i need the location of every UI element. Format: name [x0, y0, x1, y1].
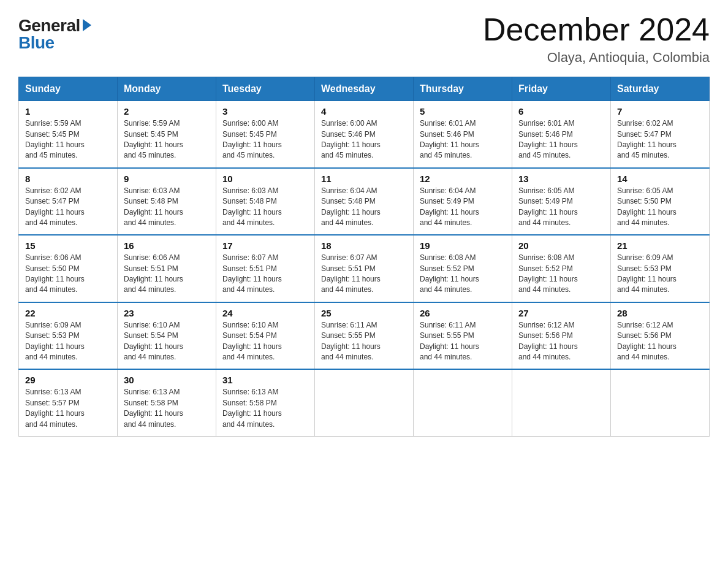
day-number: 2	[124, 106, 210, 117]
logo: General Blue	[18, 12, 91, 52]
page-header: General Blue December 2024 Olaya, Antioq…	[18, 12, 710, 66]
day-info: Sunrise: 6:07 AM Sunset: 5:51 PM Dayligh…	[321, 253, 407, 296]
day-info: Sunrise: 6:03 AM Sunset: 5:48 PM Dayligh…	[124, 186, 210, 229]
day-number: 23	[124, 308, 210, 318]
calendar-title: December 2024	[483, 12, 710, 47]
calendar-day-cell: 16Sunrise: 6:06 AM Sunset: 5:51 PM Dayli…	[118, 235, 216, 302]
day-info: Sunrise: 6:12 AM Sunset: 5:56 PM Dayligh…	[518, 320, 604, 363]
logo-triangle-icon	[83, 19, 91, 31]
title-area: December 2024 Olaya, Antioquia, Colombia	[483, 12, 710, 66]
calendar-day-cell: 24Sunrise: 6:10 AM Sunset: 5:54 PM Dayli…	[216, 302, 315, 370]
day-info: Sunrise: 5:59 AM Sunset: 5:45 PM Dayligh…	[124, 118, 210, 161]
header-cell-friday: Friday	[512, 77, 611, 101]
calendar-day-cell: 7Sunrise: 6:02 AM Sunset: 5:47 PM Daylig…	[611, 101, 710, 168]
calendar-day-cell: 12Sunrise: 6:04 AM Sunset: 5:49 PM Dayli…	[414, 168, 512, 236]
day-number: 19	[420, 240, 506, 251]
calendar-week-row: 15Sunrise: 6:06 AM Sunset: 5:50 PM Dayli…	[19, 235, 710, 302]
day-info: Sunrise: 6:00 AM Sunset: 5:46 PM Dayligh…	[321, 118, 407, 161]
day-info: Sunrise: 5:59 AM Sunset: 5:45 PM Dayligh…	[25, 118, 111, 161]
day-info: Sunrise: 6:04 AM Sunset: 5:49 PM Dayligh…	[420, 186, 506, 229]
day-number: 18	[321, 240, 407, 251]
day-number: 16	[124, 240, 210, 251]
day-number: 6	[518, 106, 604, 117]
day-number: 26	[420, 308, 506, 318]
day-number: 24	[222, 308, 308, 318]
day-info: Sunrise: 6:04 AM Sunset: 5:48 PM Dayligh…	[321, 186, 407, 229]
logo-general: General	[18, 17, 80, 34]
calendar-day-cell: 19Sunrise: 6:08 AM Sunset: 5:52 PM Dayli…	[414, 235, 512, 302]
day-info: Sunrise: 6:10 AM Sunset: 5:54 PM Dayligh…	[124, 320, 210, 363]
calendar-day-cell	[512, 369, 611, 436]
day-number: 31	[222, 375, 308, 385]
calendar-day-cell	[315, 369, 414, 436]
calendar-table: SundayMondayTuesdayWednesdayThursdayFrid…	[18, 77, 710, 437]
day-info: Sunrise: 6:00 AM Sunset: 5:45 PM Dayligh…	[222, 118, 308, 161]
day-number: 8	[25, 174, 111, 184]
calendar-day-cell: 31Sunrise: 6:13 AM Sunset: 5:58 PM Dayli…	[216, 369, 315, 436]
header-cell-monday: Monday	[118, 77, 216, 101]
day-info: Sunrise: 6:05 AM Sunset: 5:50 PM Dayligh…	[617, 186, 703, 229]
calendar-day-cell: 17Sunrise: 6:07 AM Sunset: 5:51 PM Dayli…	[216, 235, 315, 302]
calendar-day-cell: 20Sunrise: 6:08 AM Sunset: 5:52 PM Dayli…	[512, 235, 611, 302]
day-number: 29	[25, 375, 111, 385]
day-info: Sunrise: 6:07 AM Sunset: 5:51 PM Dayligh…	[222, 253, 308, 296]
day-number: 1	[25, 106, 111, 117]
day-number: 21	[617, 240, 703, 251]
calendar-week-row: 1Sunrise: 5:59 AM Sunset: 5:45 PM Daylig…	[19, 101, 710, 168]
day-number: 15	[25, 240, 111, 251]
day-info: Sunrise: 6:05 AM Sunset: 5:49 PM Dayligh…	[518, 186, 604, 229]
day-number: 13	[518, 174, 604, 184]
day-info: Sunrise: 6:11 AM Sunset: 5:55 PM Dayligh…	[420, 320, 506, 363]
day-number: 3	[222, 106, 308, 117]
day-info: Sunrise: 6:09 AM Sunset: 5:53 PM Dayligh…	[25, 320, 111, 363]
header-cell-tuesday: Tuesday	[216, 77, 315, 101]
day-info: Sunrise: 6:01 AM Sunset: 5:46 PM Dayligh…	[518, 118, 604, 161]
header-cell-thursday: Thursday	[414, 77, 512, 101]
calendar-day-cell: 6Sunrise: 6:01 AM Sunset: 5:46 PM Daylig…	[512, 101, 611, 168]
day-number: 12	[420, 174, 506, 184]
calendar-day-cell: 22Sunrise: 6:09 AM Sunset: 5:53 PM Dayli…	[19, 302, 118, 370]
calendar-day-cell	[611, 369, 710, 436]
calendar-day-cell: 29Sunrise: 6:13 AM Sunset: 5:57 PM Dayli…	[19, 369, 118, 436]
calendar-day-cell: 10Sunrise: 6:03 AM Sunset: 5:48 PM Dayli…	[216, 168, 315, 236]
calendar-day-cell: 5Sunrise: 6:01 AM Sunset: 5:46 PM Daylig…	[414, 101, 512, 168]
day-number: 9	[124, 174, 210, 184]
day-info: Sunrise: 6:10 AM Sunset: 5:54 PM Dayligh…	[222, 320, 308, 363]
day-number: 30	[124, 375, 210, 385]
calendar-day-cell: 18Sunrise: 6:07 AM Sunset: 5:51 PM Dayli…	[315, 235, 414, 302]
header-cell-wednesday: Wednesday	[315, 77, 414, 101]
calendar-day-cell: 3Sunrise: 6:00 AM Sunset: 5:45 PM Daylig…	[216, 101, 315, 168]
calendar-day-cell: 8Sunrise: 6:02 AM Sunset: 5:47 PM Daylig…	[19, 168, 118, 236]
day-info: Sunrise: 6:03 AM Sunset: 5:48 PM Dayligh…	[222, 186, 308, 229]
day-number: 20	[518, 240, 604, 251]
day-number: 25	[321, 308, 407, 318]
day-number: 7	[617, 106, 703, 117]
calendar-day-cell: 13Sunrise: 6:05 AM Sunset: 5:49 PM Dayli…	[512, 168, 611, 236]
header-cell-sunday: Sunday	[19, 77, 118, 101]
day-number: 14	[617, 174, 703, 184]
day-info: Sunrise: 6:12 AM Sunset: 5:56 PM Dayligh…	[617, 320, 703, 363]
calendar-day-cell: 21Sunrise: 6:09 AM Sunset: 5:53 PM Dayli…	[611, 235, 710, 302]
calendar-day-cell: 27Sunrise: 6:12 AM Sunset: 5:56 PM Dayli…	[512, 302, 611, 370]
day-info: Sunrise: 6:06 AM Sunset: 5:50 PM Dayligh…	[25, 253, 111, 296]
calendar-day-cell: 30Sunrise: 6:13 AM Sunset: 5:58 PM Dayli…	[118, 369, 216, 436]
header-row: SundayMondayTuesdayWednesdayThursdayFrid…	[19, 77, 710, 101]
calendar-subtitle: Olaya, Antioquia, Colombia	[483, 50, 710, 66]
calendar-week-row: 22Sunrise: 6:09 AM Sunset: 5:53 PM Dayli…	[19, 302, 710, 370]
calendar-header: SundayMondayTuesdayWednesdayThursdayFrid…	[19, 77, 710, 101]
calendar-day-cell	[414, 369, 512, 436]
header-cell-saturday: Saturday	[611, 77, 710, 101]
day-number: 27	[518, 308, 604, 318]
calendar-day-cell: 23Sunrise: 6:10 AM Sunset: 5:54 PM Dayli…	[118, 302, 216, 370]
day-info: Sunrise: 6:13 AM Sunset: 5:57 PM Dayligh…	[25, 387, 111, 430]
day-number: 11	[321, 174, 407, 184]
calendar-day-cell: 26Sunrise: 6:11 AM Sunset: 5:55 PM Dayli…	[414, 302, 512, 370]
day-number: 5	[420, 106, 506, 117]
calendar-body: 1Sunrise: 5:59 AM Sunset: 5:45 PM Daylig…	[19, 101, 710, 437]
logo-blue: Blue	[18, 34, 55, 52]
calendar-week-row: 29Sunrise: 6:13 AM Sunset: 5:57 PM Dayli…	[19, 369, 710, 436]
calendar-day-cell: 2Sunrise: 5:59 AM Sunset: 5:45 PM Daylig…	[118, 101, 216, 168]
calendar-day-cell: 28Sunrise: 6:12 AM Sunset: 5:56 PM Dayli…	[611, 302, 710, 370]
calendar-day-cell: 11Sunrise: 6:04 AM Sunset: 5:48 PM Dayli…	[315, 168, 414, 236]
day-info: Sunrise: 6:11 AM Sunset: 5:55 PM Dayligh…	[321, 320, 407, 363]
